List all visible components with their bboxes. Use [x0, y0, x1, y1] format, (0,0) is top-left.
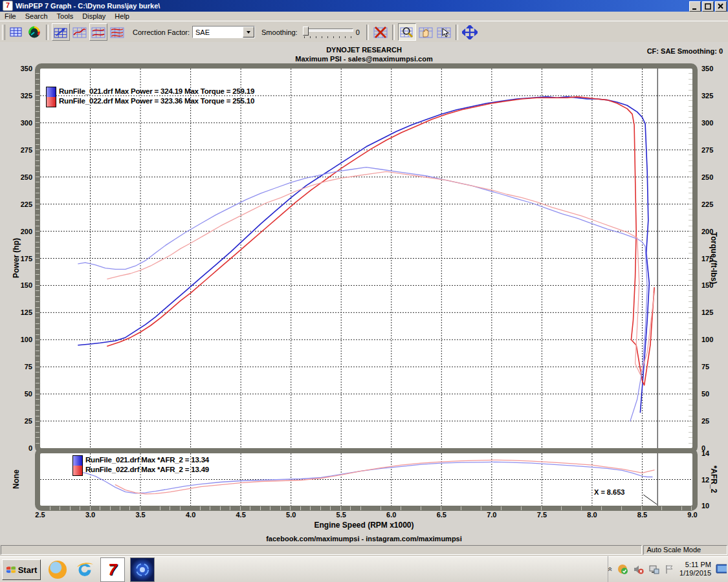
maximize-button[interactable]	[702, 1, 714, 12]
power-tick-225: 225	[10, 200, 32, 208]
correction-factor-value: SAE	[195, 28, 210, 36]
rpm-tick-8.5: 8.5	[633, 511, 651, 519]
grid-view-icon[interactable]	[8, 24, 25, 40]
system-tray: « 5:11 PM 1/19/2015	[608, 556, 728, 582]
firefox-icon[interactable]	[47, 559, 68, 580]
status-panel-left	[1, 545, 642, 555]
pan-hand-icon[interactable]	[417, 24, 434, 40]
menu-search[interactable]: Search	[21, 12, 52, 20]
status-mode: Auto Scale Mode	[643, 545, 727, 555]
status-bar: Auto Scale Mode	[0, 544, 728, 555]
smoothing-slider[interactable]	[303, 27, 353, 38]
volume-muted-icon[interactable]	[633, 564, 644, 575]
torque-tick-275: 275	[701, 146, 713, 154]
menu-tools[interactable]: Tools	[52, 12, 78, 20]
legend-run1-label: RunFile_021.drf Max Power = 324.19 Max T…	[59, 87, 254, 96]
torque-tick-250: 250	[701, 173, 713, 181]
clock-time: 5:11 PM	[679, 561, 711, 569]
afr-tick-14: 14	[701, 449, 709, 457]
afr-run2-swatch	[73, 466, 82, 475]
hidden-icons-chevron[interactable]: «	[606, 567, 615, 572]
menu-bar: File Search Tools Display Help	[0, 12, 728, 21]
slider-groove	[303, 28, 353, 32]
window-title: WinPEP 7 Graph - C:\Dyno Runs\jay burke\	[16, 2, 160, 10]
rpm-tick-3.5: 3.5	[131, 511, 149, 519]
display-icon[interactable]	[716, 564, 727, 575]
power-tick-25: 25	[10, 417, 32, 425]
gauge-icon[interactable]	[26, 24, 43, 40]
afr-chart-legend: RunFile_021.drf Max *AFR_2 = 13.34 RunFi…	[72, 455, 209, 476]
main-chart-plot[interactable]	[35, 63, 698, 453]
toolbar-separator	[46, 25, 49, 40]
delete-graph-icon[interactable]	[372, 24, 389, 40]
correction-factor-label: Correction Factor:	[133, 28, 190, 36]
start-label: Start	[18, 565, 38, 575]
menu-file[interactable]: File	[0, 12, 21, 20]
dyno-app-task-icon[interactable]	[130, 557, 155, 582]
toolbar-grip	[2, 25, 5, 40]
windows-logo-icon	[6, 565, 16, 574]
afr-axis-title: *AFR_2	[709, 466, 718, 493]
rpm-tick-7.5: 7.5	[533, 511, 551, 519]
slider-ticks	[304, 36, 352, 38]
pointer-tool-icon[interactable]	[436, 24, 452, 40]
afr-legend-run2-label: RunFile_022.drf Max *AFR_2 = 13.49	[85, 465, 209, 475]
rpm-tick-9: 9.0	[683, 511, 701, 519]
afr-run1-swatch	[73, 456, 82, 466]
x-axis-label: Engine Speed (RPM x1000)	[0, 521, 728, 530]
toolbar-separator	[392, 25, 395, 40]
crosshair-tracker-icon[interactable]	[461, 24, 478, 40]
smoothing-value: 0	[356, 28, 360, 36]
desktop: 7 WinPEP 7 Graph - C:\Dyno Runs\jay burk…	[0, 0, 728, 582]
power-tick-325: 325	[10, 92, 32, 100]
afr-left-axis-title: None	[12, 469, 21, 489]
graph-3d-icon[interactable]	[52, 23, 70, 41]
winpep-task-icon[interactable]: 7	[100, 557, 125, 582]
start-button[interactable]: Start	[2, 559, 41, 580]
internet-explorer-icon[interactable]	[74, 559, 95, 580]
power-tick-275: 275	[10, 146, 32, 154]
minimize-button[interactable]	[689, 1, 701, 12]
zoom-tool-icon[interactable]	[398, 23, 416, 41]
network-icon[interactable]	[648, 564, 659, 575]
power-tick-175: 175	[10, 255, 32, 263]
torque-tick-175: 175	[701, 255, 713, 263]
action-center-flag-icon[interactable]	[664, 564, 675, 575]
power-tick-0: 0	[10, 444, 32, 452]
dyno-header-line1: DYNOJET RESEARCH	[0, 46, 728, 54]
power-tick-50: 50	[10, 390, 32, 398]
rpm-tick-4: 4.0	[182, 511, 200, 519]
menu-help[interactable]: Help	[110, 12, 134, 20]
menu-display[interactable]: Display	[78, 12, 110, 20]
rpm-tick-2.5: 2.5	[31, 511, 49, 519]
title-bar[interactable]: 7 WinPEP 7 Graph - C:\Dyno Runs\jay burk…	[0, 0, 728, 12]
graph-single-run-icon[interactable]	[71, 24, 88, 40]
social-footer: facebook.com/maximumpsi - instagram.com/…	[0, 535, 728, 543]
graph-two-runs-icon[interactable]	[89, 23, 107, 41]
slider-thumb[interactable]	[303, 27, 309, 36]
graph-multi-runs-icon[interactable]	[109, 24, 126, 40]
correction-factor-select[interactable]: SAE	[192, 26, 255, 38]
close-button[interactable]	[715, 1, 727, 12]
runfile-021-swatch	[47, 87, 56, 97]
torque-tick-100: 100	[701, 336, 713, 343]
torque-tick-25: 25	[701, 417, 709, 425]
dropdown-arrow-icon[interactable]	[243, 27, 254, 38]
graph-client-area: DYNOJET RESEARCH Maximum PSI - sales@max…	[0, 42, 728, 544]
toolbar: Correction Factor: SAE Smoothing: 0	[0, 21, 728, 43]
updates-ready-icon[interactable]	[617, 564, 628, 575]
winpep-7-glyph: 7	[108, 561, 116, 579]
rpm-tick-4.5: 4.5	[232, 511, 250, 519]
rpm-tick-3: 3.0	[82, 511, 100, 519]
torque-tick-150: 150	[701, 281, 713, 289]
taskbar-clock[interactable]: 5:11 PM 1/19/2015	[679, 561, 711, 577]
rpm-tick-5: 5.0	[282, 511, 300, 519]
toolbar-separator	[456, 25, 458, 40]
main-chart-legend: RunFile_021.drf Max Power = 324.19 Max T…	[46, 87, 254, 107]
clock-date: 1/19/2015	[679, 569, 711, 577]
rpm-tick-6: 6.0	[382, 511, 401, 519]
power-tick-125: 125	[10, 308, 32, 316]
torque-tick-225: 225	[701, 200, 713, 208]
cursor-x-readout: X = 8.653	[594, 488, 624, 496]
toolbar-separator	[366, 25, 369, 40]
